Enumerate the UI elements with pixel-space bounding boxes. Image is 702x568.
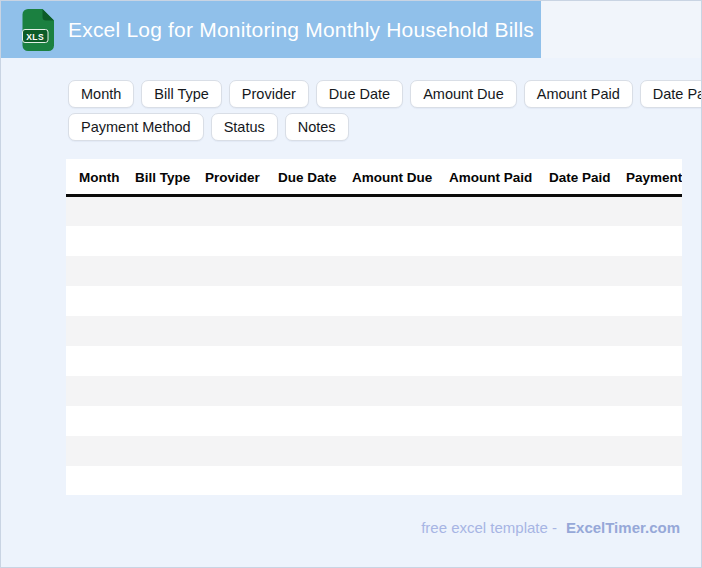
column-chips: MonthBill TypeProviderDue DateAmount Due…	[68, 80, 698, 146]
chip-amount-paid[interactable]: Amount Paid	[524, 80, 633, 108]
table-cell	[271, 436, 345, 466]
table-row	[66, 316, 682, 346]
table-cell	[345, 256, 442, 286]
table-cell	[345, 316, 442, 346]
table-cell	[66, 256, 128, 286]
column-header-due-date: Due Date	[271, 159, 345, 196]
table-cell	[198, 376, 271, 406]
table-cell	[128, 436, 198, 466]
table-cell	[345, 436, 442, 466]
table-cell	[542, 196, 619, 226]
table-cell	[198, 226, 271, 256]
column-header-amount-paid: Amount Paid	[442, 159, 542, 196]
table-cell	[542, 406, 619, 436]
table-cell	[619, 376, 682, 406]
table-cell	[128, 256, 198, 286]
table-row	[66, 466, 682, 496]
column-header-provider: Provider	[198, 159, 271, 196]
table-cell	[198, 196, 271, 226]
table-cell	[619, 466, 682, 496]
table-cell	[619, 226, 682, 256]
table-cell	[128, 466, 198, 496]
column-header-date-paid: Date Paid	[542, 159, 619, 196]
table-row	[66, 346, 682, 376]
table-cell	[345, 466, 442, 496]
chip-amount-due[interactable]: Amount Due	[410, 80, 517, 108]
table-cell	[442, 346, 542, 376]
footer-text: free excel template -	[421, 519, 557, 536]
table-cell	[198, 256, 271, 286]
table-cell	[542, 316, 619, 346]
table-cell	[345, 286, 442, 316]
table-cell	[198, 436, 271, 466]
table-cell	[128, 196, 198, 226]
table-cell	[128, 406, 198, 436]
chip-bill-type[interactable]: Bill Type	[141, 80, 222, 108]
table-cell	[271, 286, 345, 316]
page-title: Excel Log for Monitoring Monthly Househo…	[68, 18, 534, 42]
chip-notes[interactable]: Notes	[285, 113, 349, 141]
table-cell	[128, 376, 198, 406]
table-cell	[442, 286, 542, 316]
column-header-month: Month	[66, 159, 128, 196]
table-cell	[619, 196, 682, 226]
table-cell	[345, 406, 442, 436]
table-cell	[198, 286, 271, 316]
chip-month[interactable]: Month	[68, 80, 134, 108]
table-cell	[271, 376, 345, 406]
table-cell	[128, 346, 198, 376]
table-row	[66, 196, 682, 226]
table-cell	[345, 226, 442, 256]
table-cell	[66, 466, 128, 496]
table-cell	[271, 316, 345, 346]
table-cell	[66, 316, 128, 346]
table-header-row: MonthBill TypeProviderDue DateAmount Due…	[66, 159, 682, 196]
table-row	[66, 376, 682, 406]
chip-row: MonthBill TypeProviderDue DateAmount Due…	[68, 80, 698, 108]
table-cell	[542, 226, 619, 256]
footer-brand-link[interactable]: ExcelTimer.com	[566, 519, 680, 536]
xls-file-icon: XLS	[21, 8, 55, 52]
table-cell	[442, 376, 542, 406]
table-cell	[66, 406, 128, 436]
bills-table-grid: MonthBill TypeProviderDue DateAmount Due…	[66, 159, 682, 495]
chip-status[interactable]: Status	[211, 113, 278, 141]
table-cell	[619, 346, 682, 376]
table-cell	[542, 436, 619, 466]
table-cell	[66, 436, 128, 466]
table-cell	[128, 286, 198, 316]
table-cell	[619, 256, 682, 286]
table-cell	[128, 316, 198, 346]
table-cell	[619, 436, 682, 466]
header-right-spacer	[541, 1, 701, 58]
chip-date-paid[interactable]: Date Paid	[640, 80, 702, 108]
table-cell	[619, 286, 682, 316]
table-cell	[66, 376, 128, 406]
chip-payment-method[interactable]: Payment Method	[68, 113, 204, 141]
table-cell	[128, 226, 198, 256]
table-cell	[66, 226, 128, 256]
chip-row: Payment MethodStatusNotes	[68, 113, 698, 141]
table-cell	[442, 256, 542, 286]
xls-icon-label: XLS	[26, 31, 44, 41]
table-cell	[619, 406, 682, 436]
table-cell	[271, 466, 345, 496]
footer: free excel template -ExcelTimer.com	[421, 519, 680, 536]
table-cell	[442, 226, 542, 256]
table-cell	[66, 346, 128, 376]
table-cell	[442, 406, 542, 436]
table-row	[66, 436, 682, 466]
table-cell	[542, 346, 619, 376]
table-cell	[542, 466, 619, 496]
table-cell	[66, 196, 128, 226]
table-cell	[542, 256, 619, 286]
chip-provider[interactable]: Provider	[229, 80, 309, 108]
table-cell	[442, 466, 542, 496]
table-row	[66, 256, 682, 286]
table-cell	[271, 226, 345, 256]
table-cell	[345, 346, 442, 376]
chip-due-date[interactable]: Due Date	[316, 80, 403, 108]
table-cell	[271, 196, 345, 226]
table-cell	[271, 406, 345, 436]
table-cell	[198, 346, 271, 376]
